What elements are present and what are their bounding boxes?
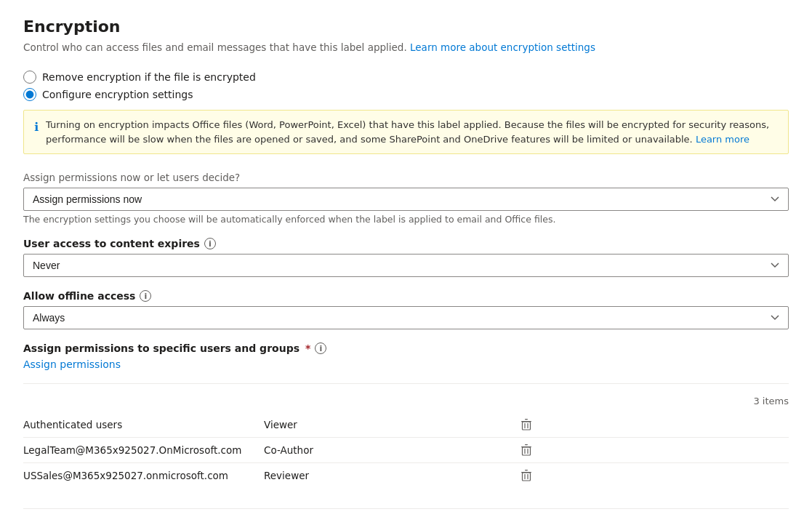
assign-permissions-dropdown[interactable]: Assign permissions now bbox=[23, 188, 789, 211]
info-banner-link[interactable]: Learn more bbox=[696, 134, 749, 145]
learn-more-link[interactable]: Learn more about encryption settings bbox=[410, 41, 595, 53]
assign-specific-info-icon: i bbox=[315, 342, 326, 354]
radio-remove-encryption[interactable]: Remove encryption if the file is encrypt… bbox=[23, 71, 789, 84]
offline-access-label: Allow offline access i bbox=[23, 290, 789, 302]
svg-rect-2 bbox=[523, 422, 531, 430]
table-cell-user: USSales@M365x925027.onmicrosoft.com bbox=[23, 470, 264, 481]
assign-specific-label: Assign permissions to specific users and… bbox=[23, 342, 789, 354]
radio-remove-encryption-label: Remove encryption if the file is encrypt… bbox=[42, 71, 256, 83]
user-access-dropdown[interactable]: Never bbox=[23, 254, 789, 277]
table-cell-permission: Co-Author bbox=[264, 444, 505, 456]
table-cell-user: Authenticated users bbox=[23, 419, 264, 430]
radio-configure-encryption[interactable]: Configure encryption settings bbox=[23, 88, 789, 101]
encryption-options: Remove encryption if the file is encrypt… bbox=[23, 71, 789, 101]
info-banner: ℹ Turning on encryption impacts Office f… bbox=[23, 110, 789, 154]
svg-rect-7 bbox=[523, 447, 531, 455]
user-access-section: User access to content expires i Never bbox=[23, 238, 789, 277]
table-cell-permission: Viewer bbox=[264, 419, 505, 430]
page-title: Encryption bbox=[23, 17, 789, 36]
required-star: * bbox=[305, 342, 310, 354]
svg-rect-11 bbox=[525, 470, 528, 470]
table-row: USSales@M365x925027.onmicrosoft.com Revi… bbox=[23, 463, 789, 488]
delete-row-button[interactable] bbox=[505, 469, 548, 482]
assign-specific-permissions-section: Assign permissions to specific users and… bbox=[23, 342, 789, 370]
table-row: LegalTeam@M365x925027.OnMicrosoft.com Co… bbox=[23, 438, 789, 463]
permissions-hint-text: The encryption settings you choose will … bbox=[23, 214, 789, 225]
offline-access-dropdown[interactable]: Always bbox=[23, 306, 789, 329]
radio-remove-encryption-input[interactable] bbox=[23, 71, 36, 84]
items-count: 3 items bbox=[23, 396, 789, 406]
offline-access-section: Allow offline access i Always bbox=[23, 290, 789, 329]
assign-permissions-label: Assign permissions now or let users deci… bbox=[23, 172, 789, 183]
user-access-info-icon: i bbox=[204, 238, 216, 249]
assign-permissions-link[interactable]: Assign permissions bbox=[23, 358, 121, 370]
info-icon: ℹ bbox=[34, 119, 39, 136]
table-cell-permission: Reviewer bbox=[264, 470, 505, 481]
svg-rect-1 bbox=[525, 419, 528, 420]
table-divider bbox=[23, 383, 789, 384]
user-access-label: User access to content expires i bbox=[23, 238, 789, 249]
delete-row-button[interactable] bbox=[505, 444, 548, 457]
assign-permissions-dropdown-section: Assign permissions now or let users deci… bbox=[23, 172, 789, 225]
radio-configure-encryption-label: Configure encryption settings bbox=[42, 89, 193, 100]
table-cell-user: LegalTeam@M365x925027.OnMicrosoft.com bbox=[23, 444, 264, 456]
delete-row-button[interactable] bbox=[505, 418, 548, 431]
page-subtitle: Control who can access files and email m… bbox=[23, 41, 789, 53]
radio-configure-encryption-input[interactable] bbox=[23, 88, 36, 101]
table-row: Authenticated users Viewer bbox=[23, 412, 789, 438]
info-banner-text: Turning on encryption impacts Office fil… bbox=[46, 118, 778, 146]
svg-rect-12 bbox=[523, 473, 531, 481]
footer: Back Next Cancel bbox=[23, 508, 789, 517]
permissions-table: Authenticated users Viewer LegalTeam@M36… bbox=[23, 412, 789, 488]
svg-rect-6 bbox=[525, 444, 528, 445]
offline-access-info-icon: i bbox=[140, 290, 151, 302]
